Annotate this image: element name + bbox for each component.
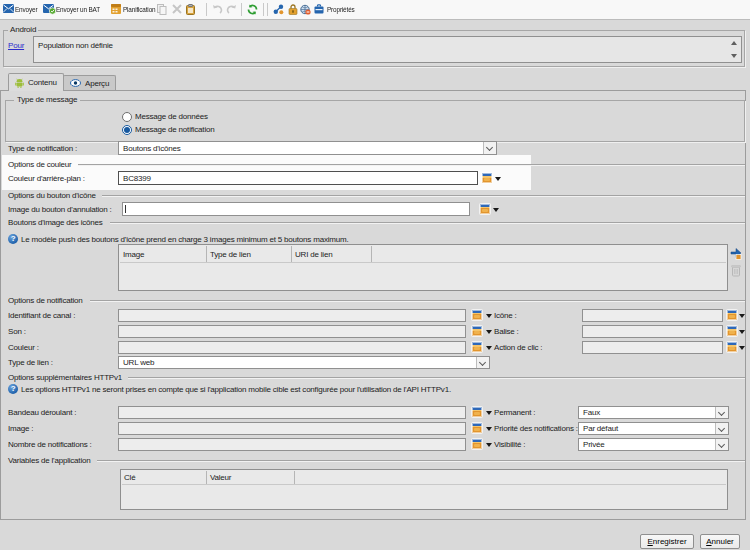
chevron-down-icon[interactable] — [715, 423, 728, 434]
app-variables-legend: Variables de l'application — [8, 456, 93, 466]
properties-briefcase-icon[interactable] — [314, 4, 324, 16]
column-header-link-uri[interactable]: URI de lien — [295, 250, 332, 259]
radio-message-notification-label[interactable]: Message de notification — [135, 125, 214, 135]
chevron-down-icon[interactable] — [476, 357, 489, 368]
refresh-icon[interactable] — [247, 4, 258, 17]
tag-label: Balise : — [494, 327, 519, 337]
lock-icon[interactable] — [288, 4, 298, 17]
workflow-graph-icon[interactable] — [273, 4, 284, 17]
tag-input[interactable] — [582, 325, 723, 338]
tab-preview-label: Aperçu — [85, 79, 109, 88]
visibility-select[interactable]: Privée — [578, 438, 729, 451]
click-action-picker-icon[interactable] — [727, 342, 737, 352]
target-link[interactable]: Pour — [8, 41, 24, 51]
send-proof-envelope-icon[interactable] — [43, 4, 56, 17]
push-notification-editor: Envoyer Envoyer un BAT Planification Pro… — [0, 0, 750, 550]
column-header-link-type[interactable]: Type de lien — [210, 250, 251, 259]
tag-dropdown-icon[interactable] — [739, 330, 745, 334]
color-dropdown-icon[interactable] — [486, 346, 492, 350]
background-color-input[interactable]: BC8399 — [118, 171, 478, 185]
add-row-button[interactable] — [730, 247, 742, 262]
send-envelope-icon[interactable] — [3, 4, 14, 15]
ticker-picker-icon[interactable] — [472, 407, 482, 417]
channel-id-input[interactable] — [118, 309, 466, 322]
image-input[interactable] — [118, 422, 466, 435]
sound-picker-icon[interactable] — [472, 326, 482, 336]
toolbar-separator — [241, 3, 242, 16]
background-color-dropdown-icon[interactable] — [495, 177, 501, 181]
cancel-image-input[interactable] — [122, 202, 470, 216]
schedule-calendar-icon[interactable] — [111, 4, 121, 16]
column-separator[interactable] — [206, 246, 207, 262]
sound-input[interactable] — [118, 325, 466, 338]
color-input[interactable] — [118, 341, 466, 354]
scroll-up-icon[interactable] — [731, 41, 737, 45]
click-action-input[interactable] — [582, 341, 723, 354]
sound-dropdown-icon[interactable] — [486, 330, 492, 334]
column-header-image[interactable]: Image — [123, 250, 144, 259]
properties-button[interactable]: Propriétés — [327, 5, 355, 14]
icon-input[interactable] — [582, 309, 723, 322]
column-header-value[interactable]: Valeur — [210, 473, 231, 482]
background-color-picker-icon[interactable] — [482, 173, 492, 183]
column-separator[interactable] — [291, 246, 292, 262]
notification-count-dropdown-icon[interactable] — [486, 443, 492, 447]
column-separator[interactable] — [206, 471, 207, 484]
notification-count-picker-icon[interactable] — [472, 439, 482, 449]
image-dropdown-icon[interactable] — [486, 427, 492, 431]
paste-clipboard-icon[interactable] — [186, 4, 195, 17]
chevron-down-icon[interactable] — [715, 439, 728, 450]
schedule-button[interactable]: Planification — [123, 5, 155, 14]
radio-message-data[interactable] — [122, 112, 132, 122]
priority-select[interactable]: Par défaut — [578, 422, 729, 435]
notification-options-legend: Options de notification — [8, 296, 86, 306]
channel-id-picker-icon[interactable] — [472, 310, 482, 320]
ticker-dropdown-icon[interactable] — [486, 411, 492, 415]
icon-dropdown-icon[interactable] — [739, 314, 745, 318]
column-separator[interactable] — [294, 471, 295, 484]
globe-blocked-icon[interactable] — [300, 4, 311, 17]
icon-buttons-table[interactable]: Image Type de lien URI de lien — [118, 244, 728, 291]
tag-picker-icon[interactable] — [727, 326, 737, 336]
cancel-image-picker-icon[interactable] — [480, 204, 490, 214]
text-caret — [125, 205, 126, 213]
info-icon: ? — [8, 234, 18, 244]
notification-type-select[interactable]: Boutons d'icônes — [118, 141, 497, 155]
cancel-button[interactable]: Annuler — [700, 534, 740, 549]
link-type-select[interactable]: URL web — [118, 356, 490, 369]
cancel-image-dropdown-icon[interactable] — [493, 208, 499, 212]
eye-icon — [70, 79, 81, 87]
trash-icon — [731, 264, 741, 277]
chevron-down-icon[interactable] — [715, 407, 728, 418]
tab-content[interactable]: Contenu — [8, 73, 64, 91]
radio-message-notification[interactable] — [122, 125, 132, 135]
channel-id-dropdown-icon[interactable] — [486, 314, 492, 318]
send-button[interactable]: Envoyer — [15, 5, 37, 14]
color-options-legend: Options de couleur — [8, 160, 75, 170]
httpv1-options-legend: Options supplémentaires HTTPv1 — [8, 373, 125, 383]
message-type-groupbox — [5, 100, 745, 142]
icon-picker-icon[interactable] — [727, 310, 737, 320]
notification-count-label: Nombre de notifications : — [8, 440, 92, 450]
sticky-value: Faux — [583, 408, 600, 417]
tab-preview[interactable]: Aperçu — [63, 75, 116, 90]
column-separator[interactable] — [371, 246, 372, 262]
click-action-dropdown-icon[interactable] — [739, 346, 745, 350]
population-field[interactable]: Population non définie — [33, 36, 742, 63]
sticky-select[interactable]: Faux — [578, 406, 729, 419]
visibility-label: Visibilité : — [494, 440, 525, 450]
notification-count-input[interactable] — [118, 438, 466, 451]
delete-row-button — [731, 264, 741, 279]
scroll-down-icon[interactable] — [731, 54, 737, 58]
ticker-input[interactable] — [118, 406, 466, 419]
app-variables-table[interactable]: Clé Valeur — [120, 469, 728, 510]
save-button[interactable]: Enregistrer — [640, 534, 694, 549]
color-picker-icon[interactable] — [472, 342, 482, 352]
chevron-down-icon[interactable] — [483, 142, 496, 154]
image-picker-icon[interactable] — [472, 423, 482, 433]
link-type-label: Type de lien : — [8, 358, 53, 368]
android-robot-icon — [15, 78, 24, 88]
send-proof-button[interactable]: Envoyer un BAT — [56, 5, 100, 14]
radio-message-data-label[interactable]: Message de données — [135, 112, 208, 122]
column-header-key[interactable]: Clé — [124, 473, 135, 482]
